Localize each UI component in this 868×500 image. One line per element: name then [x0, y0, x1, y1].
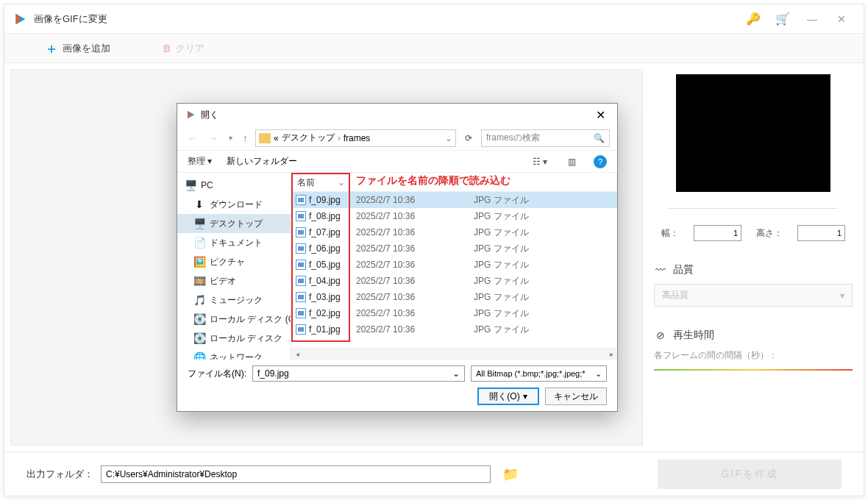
- file-date: 2025/2/7 10:36: [350, 324, 468, 335]
- address-bar[interactable]: « デスクトップ › frames ⌄: [255, 129, 456, 147]
- height-input[interactable]: [797, 225, 845, 241]
- file-date: 2025/2/7 10:36: [350, 211, 468, 221]
- file-row[interactable]: f_01.jpg2025/2/7 10:36JPG ファイル: [291, 321, 617, 338]
- tree-item-label: ドキュメント: [210, 237, 263, 249]
- tree-item-label: デスクトップ: [210, 218, 263, 230]
- file-rows: ファイルを名前の降順で読み込む f_09.jpg2025/2/7 10:36JP…: [291, 192, 617, 348]
- nav-tree: 🖥️PC⬇ダウンロード🖥️デスクトップ📄ドキュメント🖼️ピクチャ🎞️ビデオ🎵ミュ…: [177, 173, 291, 360]
- tree-item-vid[interactable]: 🎞️ビデオ: [177, 271, 291, 290]
- tree-item-desk[interactable]: 🖥️デスクトップ: [177, 214, 291, 233]
- file-row[interactable]: f_04.jpg2025/2/7 10:36JPG ファイル: [291, 273, 617, 289]
- vid-icon: 🎞️: [193, 275, 205, 287]
- tree-item-pic[interactable]: 🖼️ピクチャ: [177, 252, 291, 271]
- file-type: JPG ファイル: [468, 291, 617, 304]
- nav-recent-button[interactable]: ▾: [226, 134, 235, 142]
- tree-item-label: ローカル ディスク (C: [210, 313, 291, 326]
- file-type: JPG ファイル: [468, 226, 617, 239]
- view-mode-button[interactable]: ☷ ▾: [530, 157, 550, 167]
- nav-up-button[interactable]: ↑: [240, 132, 251, 144]
- create-gif-button[interactable]: GIFを作成: [658, 460, 842, 489]
- dropdown-icon: ▾: [523, 391, 527, 401]
- tree-item-mus[interactable]: 🎵ミュージック: [177, 290, 291, 310]
- file-type: JPG ファイル: [468, 210, 617, 223]
- open-button[interactable]: 開く(O)▾: [477, 388, 539, 405]
- chevron-down-icon[interactable]: ⌄: [445, 133, 452, 143]
- nav-forward-button[interactable]: →: [205, 132, 221, 144]
- file-type: JPG ファイル: [468, 194, 617, 207]
- close-button[interactable]: ✕: [827, 4, 856, 34]
- organize-button[interactable]: 整理 ▾: [188, 155, 212, 168]
- plus-icon: ＋: [45, 40, 58, 57]
- file-row[interactable]: f_09.jpg2025/2/7 10:36JPG ファイル: [291, 192, 617, 208]
- refresh-button[interactable]: ⟳: [460, 133, 477, 143]
- breadcrumb-prefix: «: [274, 133, 279, 143]
- tree-item-net[interactable]: 🌐ネットワーク: [177, 348, 291, 360]
- search-input[interactable]: framesの検索 🔍: [481, 129, 610, 147]
- sort-indicator-icon: ⌄: [338, 177, 345, 188]
- nav-back-button[interactable]: ←: [185, 132, 201, 144]
- file-date: 2025/2/7 10:36: [350, 195, 468, 205]
- breadcrumb-seg1[interactable]: デスクトップ: [282, 132, 335, 144]
- file-row[interactable]: f_05.jpg2025/2/7 10:36JPG ファイル: [291, 257, 617, 273]
- file-type: JPG ファイル: [468, 307, 617, 320]
- interval-gradient: [654, 369, 853, 371]
- horizontal-scrollbar[interactable]: ◂ ▸: [291, 348, 617, 360]
- file-icon: [296, 292, 306, 302]
- cancel-button[interactable]: キャンセル: [545, 388, 607, 405]
- clear-button[interactable]: 🗑 クリア: [162, 42, 204, 55]
- new-folder-button[interactable]: 新しいフォルダー: [227, 155, 297, 168]
- add-image-button[interactable]: ＋ 画像を追加: [45, 40, 110, 57]
- breadcrumb-sep: ›: [338, 133, 341, 143]
- file-type: JPG ファイル: [468, 243, 617, 255]
- column-header-name[interactable]: 名前 ⌄: [291, 173, 350, 191]
- file-row[interactable]: f_03.jpg2025/2/7 10:36JPG ファイル: [291, 289, 617, 305]
- clear-label: クリア: [176, 42, 204, 55]
- preview-pane-button[interactable]: ▥: [565, 157, 579, 167]
- file-filter-select[interactable]: All Bitmap (*.bmp;*.jpg;*.jpeg;* ⌄: [471, 365, 607, 382]
- tree-item-label: ネットワーク: [210, 351, 263, 360]
- file-name: f_06.jpg: [309, 243, 341, 254]
- app-toolbar: ＋ 画像を追加 🗑 クリア: [4, 34, 864, 63]
- folder-icon[interactable]: 📁: [502, 466, 519, 482]
- add-image-label: 画像を追加: [63, 42, 110, 55]
- cart-icon[interactable]: 🛒: [768, 4, 797, 34]
- tree-item-dl[interactable]: ⬇ダウンロード: [177, 195, 291, 214]
- breadcrumb-seg2[interactable]: frames: [344, 133, 371, 143]
- minimize-button[interactable]: —: [797, 4, 827, 34]
- tree-item-disk[interactable]: 💽ローカル ディスク (C: [177, 310, 291, 329]
- app-title: 画像をGIFに変更: [34, 12, 107, 26]
- filename-input[interactable]: f_09.jpg ⌄: [252, 365, 465, 382]
- quality-icon: 〰: [654, 263, 667, 276]
- output-folder-input[interactable]: [101, 465, 491, 483]
- quality-select[interactable]: 高品質 ▾: [654, 284, 853, 307]
- file-date: 2025/2/7 10:36: [350, 243, 468, 254]
- file-icon: [296, 324, 306, 335]
- dl-icon: ⬇: [193, 199, 205, 210]
- tree-item-pc[interactable]: 🖥️PC: [177, 176, 291, 195]
- dialog-close-button[interactable]: ✕: [591, 108, 610, 122]
- playtime-label: 再生時間: [673, 329, 714, 342]
- file-row[interactable]: f_02.jpg2025/2/7 10:36JPG ファイル: [291, 305, 617, 321]
- file-open-dialog: 開く ✕ ← → ▾ ↑ « デスクトップ › frames ⌄ ⟳ frame…: [177, 103, 618, 412]
- file-icon: [296, 227, 306, 238]
- file-icon: [296, 195, 306, 205]
- pc-icon: 🖥️: [185, 179, 196, 191]
- width-label: 幅：: [661, 227, 679, 240]
- tree-item-label: ピクチャ: [210, 256, 245, 268]
- file-filter-value: All Bitmap (*.bmp;*.jpg;*.jpeg;*: [476, 369, 586, 378]
- file-row[interactable]: f_08.jpg2025/2/7 10:36JPG ファイル: [291, 208, 617, 224]
- file-row[interactable]: f_07.jpg2025/2/7 10:36JPG ファイル: [291, 224, 617, 240]
- key-icon[interactable]: 🔑: [739, 4, 768, 34]
- help-button[interactable]: ?: [594, 155, 607, 168]
- tree-item-disk[interactable]: 💽ローカル ディスク: [177, 329, 291, 348]
- dialog-toolbar: 整理 ▾ 新しいフォルダー ☷ ▾ ▥ ?: [177, 151, 617, 173]
- tree-item-doc[interactable]: 📄ドキュメント: [177, 233, 291, 252]
- file-name: f_03.jpg: [309, 292, 341, 302]
- file-icon: [296, 260, 306, 270]
- dialog-titlebar: 開く ✕: [177, 104, 617, 126]
- quality-section: 〰 品質 高品質 ▾: [654, 263, 853, 307]
- app-logo-icon: [12, 11, 28, 27]
- app-titlebar: 画像をGIFに変更 🔑 🛒 — ✕: [4, 4, 864, 34]
- width-input[interactable]: [694, 225, 741, 241]
- file-row[interactable]: f_06.jpg2025/2/7 10:36JPG ファイル: [291, 240, 617, 257]
